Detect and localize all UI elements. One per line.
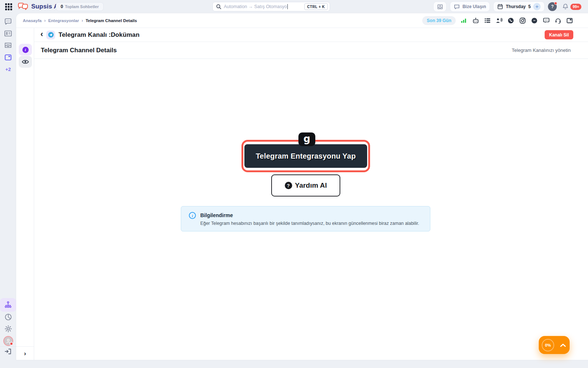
window-icon — [4, 54, 12, 61]
search-placeholder: Automation → Satış Otomasyo — [224, 4, 287, 9]
avatar — [3, 336, 13, 346]
gear-icon — [4, 325, 12, 333]
analytics-bars-icon[interactable] — [460, 17, 467, 24]
chat-dots-icon — [4, 18, 12, 26]
main-card: Anasayfa › Entegrasyonlar › Telegram Cha… — [16, 13, 588, 360]
inbox-tray-icon — [4, 42, 12, 49]
sidebar-expand-button[interactable]: › — [16, 346, 34, 360]
breadcrumb-row: Anasayfa › Entegrasyonlar › Telegram Cha… — [16, 13, 588, 28]
sidebar-item-reports[interactable] — [0, 311, 16, 323]
brand-logo[interactable]: Supsis Ai — [17, 2, 60, 11]
inner-sidebar: i › — [16, 28, 34, 360]
headset-icon[interactable] — [554, 17, 562, 24]
sidebar-item-settings[interactable] — [0, 323, 16, 335]
topbar: Supsis Ai 0 Toplam Sohbetler Automation … — [0, 0, 588, 13]
instagram-icon[interactable] — [519, 17, 526, 24]
sidebar-more-button[interactable]: +2 — [0, 63, 16, 75]
sidebar-more-label: +2 — [6, 67, 11, 72]
help-alert-dot — [554, 2, 557, 5]
bell-icon — [562, 3, 569, 10]
id-card-icon — [4, 30, 12, 37]
status-dot — [10, 342, 13, 346]
whatsapp-icon[interactable] — [507, 17, 514, 24]
section-title: Telegram Channel Details — [41, 47, 117, 54]
bot-icon[interactable] — [472, 17, 479, 24]
chats-count: 0 — [61, 4, 63, 9]
sidebar-item-contacts[interactable] — [0, 28, 16, 39]
telegram-icon — [48, 32, 54, 38]
date-button[interactable]: Thursday 5 + — [493, 1, 545, 12]
sms-icon[interactable] — [542, 17, 550, 24]
telegram-channel-badge — [46, 31, 55, 39]
window-icon[interactable] — [566, 17, 573, 24]
chat-bubble-icon — [454, 4, 460, 10]
get-help-button[interactable]: ? Yardım Al — [271, 174, 340, 197]
contact-us-button[interactable]: Bize Ulaşın — [450, 1, 490, 12]
global-search-input[interactable]: Automation → Satış Otomasyo CTRL + K — [212, 2, 330, 11]
breadcrumb-integrations[interactable]: Entegrasyonlar — [48, 18, 79, 23]
sidebar-item-automation[interactable] — [0, 299, 16, 311]
apps-grid-icon[interactable] — [5, 3, 12, 10]
inbox-button[interactable] — [433, 1, 447, 12]
sidebar-item-chats[interactable] — [0, 16, 16, 28]
telegram-integrate-button[interactable]: Telegram Entegrasyonu Yap — [244, 144, 367, 168]
get-help-label: Yardım Al — [295, 181, 327, 190]
help-glyph: ? — [551, 4, 554, 9]
info-banner: i Bilgilendirme Eğer Telegram hesabınızı… — [181, 206, 430, 231]
org-chart-icon — [4, 301, 12, 309]
page-title: Telegram Kanalı :Doküman — [58, 31, 139, 39]
tab-preview[interactable] — [19, 56, 32, 68]
section-subtitle: Telegram Kanalınızı yönetin — [512, 47, 571, 53]
notifications-button[interactable]: 99+ — [560, 1, 584, 12]
guide-badge: g — [298, 132, 315, 146]
plus-icon[interactable]: + — [533, 3, 541, 10]
breadcrumb: Anasayfa › Entegrasyonlar › Telegram Cha… — [23, 18, 137, 23]
outer-sidebar: +2 — [0, 13, 16, 368]
date-label: Thursday — [506, 4, 526, 9]
logo-bubbles-icon — [17, 2, 29, 11]
text-caret — [287, 4, 288, 9]
search-icon — [216, 4, 221, 9]
messenger-icon[interactable] — [531, 17, 538, 24]
person-sound-icon[interactable] — [495, 17, 503, 24]
content-area: ‹ Telegram Kanalı :Doküman Kanalı Sil Te… — [34, 28, 588, 360]
progress-percent: 0% — [542, 339, 554, 351]
breadcrumb-home[interactable]: Anasayfa — [23, 18, 42, 23]
info-icon: i — [22, 47, 29, 53]
sidebar-item-inbox[interactable] — [0, 39, 16, 51]
eye-icon — [22, 59, 29, 64]
section-header: Telegram Channel Details Telegram Kanalı… — [34, 42, 588, 59]
chevron-right-icon: › — [24, 350, 26, 357]
info-banner-title: Bilgilendirme — [200, 212, 233, 218]
tab-info[interactable]: i — [19, 44, 32, 56]
notification-badge: 99+ — [570, 4, 581, 10]
question-icon: ? — [285, 182, 292, 189]
list-icon[interactable] — [484, 17, 491, 24]
info-circle-icon: i — [189, 212, 196, 219]
total-chats-pill[interactable]: 0 Toplam Sohbetler — [56, 2, 104, 11]
logout-icon — [4, 348, 12, 355]
search-shortcut-badge: CTRL + K — [304, 3, 328, 10]
sidebar-item-pages[interactable] — [0, 52, 16, 63]
page-header: ‹ Telegram Kanalı :Doküman Kanalı Sil — [34, 28, 588, 42]
info-banner-text: Eğer Telegram hesabınızı başarılı bir şe… — [200, 221, 419, 226]
date-day: 5 — [528, 4, 531, 9]
delete-channel-button[interactable]: Kanalı Sil — [545, 30, 573, 39]
chevron-up-icon — [560, 343, 566, 347]
help-button[interactable]: ? — [548, 2, 557, 11]
chats-label: Toplam Sohbetler — [65, 4, 99, 9]
stage: g Telegram Entegrasyonu Yap ? Yardım Al … — [34, 59, 588, 360]
inbox-icon — [437, 4, 443, 10]
contact-us-label: Bize Ulaşın — [462, 4, 486, 9]
pie-chart-icon — [4, 313, 12, 321]
breadcrumb-current: Telegram Channel Details — [86, 18, 137, 23]
chevron-right-icon: › — [44, 18, 46, 23]
calendar-icon — [497, 4, 503, 10]
logout-button[interactable] — [0, 346, 16, 357]
setup-progress-widget[interactable]: 0% — [539, 336, 570, 354]
chevron-right-icon: › — [82, 18, 83, 23]
date-range-pill[interactable]: Son 39 Gün — [422, 16, 456, 25]
